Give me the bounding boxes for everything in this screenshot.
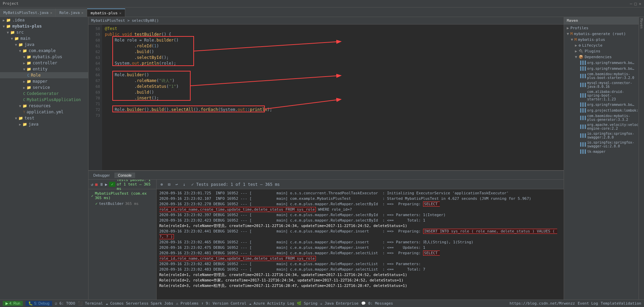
maven-dep-1[interactable]: ▐▐▐ org.springframework.boot:spring-boot… (564, 60, 639, 66)
sidebar-item-codegenerator[interactable]: C CodeGenerator (0, 91, 88, 97)
maven-item-mybatisplus[interactable]: ▼ M mybatis-plus (564, 37, 639, 43)
maven-icon: M (570, 32, 573, 36)
folder-icon: 📁 (22, 122, 27, 127)
sidebar-item-role[interactable]: C Role (0, 72, 88, 78)
code-line (105, 113, 561, 118)
maven-dep-9[interactable]: ▐▐▐ org.apache.velocity:velocity-engine-… (564, 122, 639, 131)
code-line: .selectById(); (105, 55, 561, 61)
test-method-item[interactable]: ✓ testBuilder 365 ms (90, 201, 155, 207)
run-button[interactable]: ▶ 4: Run (3, 301, 23, 306)
maven-dep-10[interactable]: ▐▐▐ io.springfox:springfox-swagger:2.8.0 (564, 131, 639, 140)
sidebar-item-applicationyml[interactable]: Y application.yml (0, 109, 88, 115)
console-line: Role(roleId=3, roleName=程序员, createTime=… (159, 283, 561, 289)
maven-item-plugins[interactable]: ▶ 🔌 Plugins (564, 48, 639, 54)
maven-dep-11[interactable]: ▐▐▐ io.springfox:springfox-swagger-ui:2.… (564, 140, 639, 149)
sidebar-item-resources[interactable]: ▼ 📁 resources (0, 103, 88, 109)
sidebar-item-service[interactable]: ▶ 📁 service (0, 84, 88, 91)
template-validation-button[interactable]: TemplateValidation (601, 301, 641, 306)
maven-dep-2[interactable]: ▐▐▐ org.springframework.boot:spring-boot… (564, 66, 639, 71)
debug-content: ✓ MybatisPlusTest (com.ex 365 ms) ✓ test… (88, 189, 156, 208)
folder-icon: 📁 (27, 55, 31, 59)
wrap-icon[interactable]: ↩ (174, 181, 180, 188)
sidebar-item-mapper[interactable]: ▶ 📁 mapper (0, 78, 88, 84)
maximize-icon[interactable]: □ (634, 1, 637, 6)
maven-dep-4[interactable]: ▐▐▐ mysql:mysql-connector-java:8.0.16 (564, 80, 639, 89)
maven-item-profiles[interactable]: ▶ Profiles (564, 25, 639, 31)
console-line: 2020-09-16 23:23:02.465 DEBUG 16952 --- … (159, 240, 561, 245)
folder-icon: 📁 (14, 36, 19, 41)
maven-dep-12[interactable]: ▐▐▐ tk-mapper (564, 149, 639, 155)
folder-icon: 📁 (27, 85, 31, 90)
java-icon: C (23, 92, 26, 96)
debug-button[interactable]: 🐛 5: Debug (26, 301, 52, 306)
bar-icon: ▐▐▐ (579, 142, 586, 147)
sidebar-item-main[interactable]: ▼ 📁 main (0, 35, 88, 42)
maven-label: com.baomidou:mybatis-plus-boot-starter:3… (587, 72, 636, 80)
console-line: 2020-09-16 23:23:02.441 DEBUG 16952 --- … (159, 229, 561, 240)
content-row: ▶ 📁 .idea ▼ 📁 mybatis-plus ▼ 📁 src ▼ 📁 m… (0, 17, 644, 300)
maven-dep-3[interactable]: ▐▐▐ com.baomidou:mybatis-plus-boot-start… (564, 71, 639, 80)
sidebar-item-comexample[interactable]: ▼ 📁 com.example (0, 48, 88, 54)
pause-icon[interactable]: ⏸ (99, 181, 103, 188)
tab-close-icon[interactable]: ✕ (119, 11, 122, 15)
terminal-button[interactable]: ⬛ Terminal (78, 301, 103, 306)
maven-dep-6[interactable]: ▐▐▐ org.springframework.boot:spring-boot… (564, 102, 639, 108)
expand-icon: ▼ (7, 31, 9, 34)
filter-icon[interactable]: ⊟ (166, 181, 172, 188)
close-icon[interactable]: ✕ (639, 1, 641, 6)
scroll-icon[interactable]: ↓ (181, 181, 187, 188)
sql-highlight: SELECT role_id,role_name,create_time,upd… (159, 201, 440, 212)
tab-mybatis-plus[interactable]: mybatis-plus ✕ (87, 9, 125, 17)
sidebar-label: src (16, 30, 24, 35)
java-enterprise-button[interactable]: ☕ Java Enterprise (320, 301, 359, 306)
clear-icon[interactable]: ⊗ (159, 181, 165, 188)
messages-button[interactable]: 💬 0: Messages (361, 301, 393, 306)
azure-button[interactable]: ☁ Azure Activity Log (249, 301, 294, 306)
cosmos-button[interactable]: ☁ Cosmos Serverless Spark Jobs (106, 301, 173, 306)
problems-button[interactable]: ⚠ Problems (176, 301, 198, 306)
spring-button[interactable]: 🌿 Spring (297, 301, 317, 306)
sidebar-item-entity[interactable]: ▼ 📁 entity (0, 66, 88, 72)
tab-debugger[interactable]: Debugger (90, 173, 113, 178)
maven-item-root[interactable]: ▼ M mybatis-generate (root) (564, 31, 639, 37)
test-class-item[interactable]: ✓ MybatisPlusTest (com.ex 365 ms) (90, 191, 155, 201)
bar-icon: ▐▐▐ (579, 74, 586, 78)
maven-dep-5[interactable]: ▐▐▐ com.alibaba:druid-spring-boot-starte… (564, 89, 639, 102)
minimize-icon[interactable]: – (630, 1, 632, 6)
maven-item-dependencies[interactable]: ▼ 📦 Dependencies (564, 54, 639, 60)
code-line (105, 101, 561, 107)
tab-close-icon[interactable]: ✕ (50, 11, 52, 15)
expand-icon: ▼ (19, 104, 21, 108)
sidebar-item-idea[interactable]: ▶ 📁 .idea (0, 17, 88, 23)
maven-dep-7[interactable]: ▐▐▐ org.projectlombok:lombok:1.18.8 (564, 108, 639, 113)
tab-role[interactable]: Role.java ✕ (56, 9, 87, 17)
maven-item-lifecycle[interactable]: ▶ ⚙ Lifecycle (564, 43, 639, 48)
tab-close-icon[interactable]: ✕ (81, 11, 83, 15)
expand-icon: ▼ (15, 43, 17, 47)
stop-icon[interactable]: ■ (95, 181, 98, 188)
sidebar-item-testjava[interactable]: ▶ 📁 java (0, 121, 88, 127)
sidebar-item-mybatisplus[interactable]: ▼ 📁 mybatis.plus (0, 54, 88, 60)
console-output[interactable]: 2020-09-16 23:23:01.725 INFO 16952 --- [… (157, 189, 564, 300)
maven-label: io.springfox:springfox-swagger-ui:2.8.0 (587, 141, 636, 148)
todo-button[interactable]: ☑ 6: TODO (55, 301, 75, 306)
sidebar-item-controller[interactable]: ▶ 📁 controller (0, 60, 88, 66)
tab-console[interactable]: Console (114, 173, 135, 178)
tab-mybatisplustest[interactable]: MyBatisPlusTest.java ✕ (0, 9, 56, 17)
resume-icon[interactable]: ▶ (105, 181, 108, 188)
sidebar-item-application[interactable]: C MybatisPlusApplication (0, 97, 88, 103)
maven-dep-8[interactable]: ▐▐▐ com.baomidou:mybatis-plus-generator:… (564, 113, 639, 122)
event-log-button[interactable]: Event Log (578, 301, 598, 306)
sidebar-item-src[interactable]: ▼ 📁 src (0, 29, 88, 35)
sidebar-item-test[interactable]: ▼ 📁 test (0, 115, 88, 121)
code-line: .insert(); (105, 95, 561, 101)
vcs-button[interactable]: ↑ 9: Version Control (201, 301, 246, 306)
console-line: 2020-09-16 23:23:02.397 DEBUG 16952 --- … (159, 212, 561, 218)
sidebar-item-mybatis-plus[interactable]: ▼ 📁 mybatis-plus (0, 23, 88, 29)
rerun-icon[interactable]: ↺ (91, 181, 94, 188)
code-view[interactable]: 5859606162 6364656667 686970717273 @Test… (88, 25, 564, 170)
code-line: System.out.println(role); (105, 61, 561, 66)
sidebar-item-java[interactable]: ▼ 📁 java (0, 42, 88, 48)
test-result-text: Tests passed: 1 of 1 test – 365 ms (117, 180, 154, 191)
code-editor[interactable]: @Test public void testBuilder() { Role r… (102, 25, 564, 170)
